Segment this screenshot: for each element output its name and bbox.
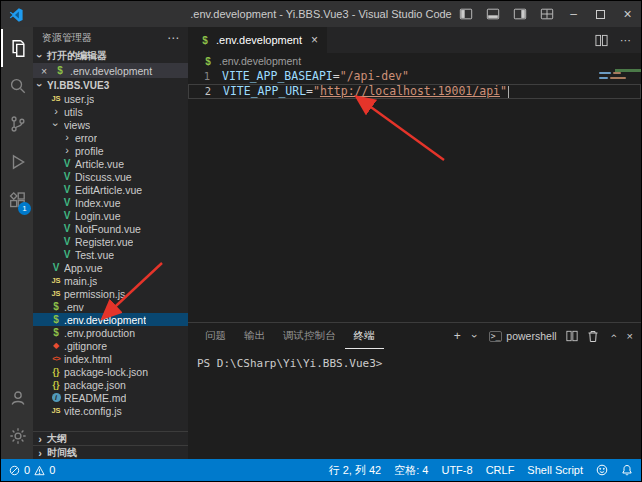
tree-item-user.js[interactable]: JSuser.js — [33, 92, 188, 105]
powershell-icon: >_ — [489, 331, 503, 342]
title-bar: .env.development - Yi.BBS.Vue3 - Visual … — [1, 1, 641, 27]
tree-item-label: permission.js — [64, 288, 125, 300]
kill-terminal-icon[interactable] — [587, 330, 599, 343]
file-tree: JSuser.js›utils›views›error›profileVArti… — [33, 92, 188, 431]
indentation[interactable]: 空格: 4 — [394, 463, 428, 478]
tree-item-permission.js[interactable]: JSpermission.js — [33, 287, 188, 300]
new-terminal-icon[interactable]: + — [454, 329, 461, 343]
open-editor-item[interactable]: × $ .env.development — [33, 63, 188, 78]
close-tab-icon[interactable]: × — [311, 33, 318, 47]
tree-item-README.md[interactable]: iREADME.md — [33, 391, 188, 404]
split-editor-icon[interactable] — [595, 34, 608, 47]
open-editors-header[interactable]: › 打开的编辑器 — [33, 49, 188, 63]
tree-item-vite.config.js[interactable]: JSvite.config.js — [33, 404, 188, 417]
tree-item-index.html[interactable]: <>index.html — [33, 352, 188, 365]
tree-item-label: package.json — [64, 379, 126, 391]
warning-icon — [34, 465, 45, 476]
problems-status[interactable]: 0 0 — [9, 464, 55, 476]
panel-tab-输出[interactable]: 输出 — [235, 323, 274, 349]
line-content: VITE_APP_BASEAPI="/api-dev" — [222, 69, 409, 84]
outline-label: 大纲 — [47, 432, 67, 446]
timeline-section-header[interactable]: › 时间线 — [33, 445, 188, 459]
toggle-secondary-sidebar-icon[interactable] — [506, 1, 533, 27]
tree-item-EditArticle.vue[interactable]: VEditArticle.vue — [33, 183, 188, 196]
tree-item-label: index.html — [64, 353, 112, 365]
tree-item-Login.vue[interactable]: VLogin.vue — [33, 209, 188, 222]
tree-item-package.json[interactable]: {}package.json — [33, 378, 188, 391]
outline-section-header[interactable]: › 大纲 — [33, 431, 188, 445]
tree-item-Discuss.vue[interactable]: VDiscuss.vue — [33, 170, 188, 183]
tree-item-package-lock.json[interactable]: {}package-lock.json — [33, 365, 188, 378]
tree-item-profile[interactable]: ›profile — [33, 144, 188, 157]
account-icon[interactable] — [1, 379, 33, 417]
encoding[interactable]: UTF-8 — [441, 464, 472, 476]
tree-item-label: vite.config.js — [64, 405, 122, 417]
tree-item-main.js[interactable]: JSmain.js — [33, 274, 188, 287]
toggle-panel-icon[interactable] — [479, 1, 506, 27]
maximize-button[interactable] — [587, 1, 614, 27]
terminal-output[interactable]: PS D:\CSharp\Yi\Yi.BBS.Vue3> — [188, 349, 641, 459]
extensions-badge: 1 — [18, 202, 31, 215]
cursor-position[interactable]: 行 2, 列 42 — [329, 463, 382, 478]
tree-item-error[interactable]: ›error — [33, 131, 188, 144]
vscode-window: .env.development - Yi.BBS.Vue3 - Visual … — [0, 0, 642, 482]
tree-item-views[interactable]: ›views — [33, 118, 188, 131]
panel-tab-问题[interactable]: 问题 — [196, 323, 235, 349]
tab-env-development[interactable]: $ .env.development × — [188, 27, 327, 53]
tree-item-label: Register.vue — [75, 236, 133, 248]
settings-gear-icon[interactable] — [1, 417, 33, 455]
search-icon[interactable] — [1, 67, 33, 105]
code-line-2[interactable]: 2VITE_APP_URL="http://localhost:19001/ap… — [188, 84, 641, 99]
toggle-sidebar-icon[interactable] — [452, 1, 479, 27]
tree-item-utils[interactable]: ›utils — [33, 105, 188, 118]
explorer-icon[interactable] — [1, 29, 33, 67]
env-file-icon: $ — [52, 64, 68, 77]
tree-item-.gitignore[interactable]: ◆.gitignore — [33, 339, 188, 352]
tree-item-NotFound.vue[interactable]: VNotFound.vue — [33, 222, 188, 235]
terminal-instance[interactable]: >_ powershell — [489, 330, 557, 342]
vue-icon: V — [59, 222, 75, 235]
close-button[interactable]: × — [614, 1, 641, 27]
code-line-1[interactable]: 1VITE_APP_BASEAPI="/api-dev" — [188, 69, 641, 84]
language-mode[interactable]: Shell Script — [527, 464, 583, 476]
split-terminal-icon[interactable] — [566, 330, 578, 342]
notifications-bell-icon[interactable] — [621, 464, 633, 476]
minimize-button[interactable]: – — [560, 1, 587, 27]
project-root-header[interactable]: › YI.BBS.VUE3 — [33, 78, 188, 92]
more-actions-icon[interactable]: ⋯ — [620, 34, 631, 47]
js-icon: JS — [48, 92, 64, 105]
eol-sequence[interactable]: CRLF — [486, 464, 515, 476]
extensions-icon[interactable]: 1 — [1, 181, 33, 219]
breadcrumb[interactable]: $ .env.development — [188, 53, 641, 69]
tree-item-label: App.vue — [64, 262, 103, 274]
close-icon[interactable]: × — [38, 65, 50, 77]
minimap[interactable] — [595, 69, 641, 322]
panel-tab-终端[interactable]: 终端 — [345, 323, 384, 349]
tree-item-.env[interactable]: $.env — [33, 300, 188, 313]
env-icon: $ — [48, 326, 64, 339]
line-number: 2 — [189, 84, 223, 99]
bottom-panel: 问题输出调试控制台终端 + › >_ powershell — [188, 322, 641, 459]
vue-icon: V — [59, 170, 75, 183]
panel-tab-调试控制台[interactable]: 调试控制台 — [274, 323, 345, 349]
tree-item-Test.vue[interactable]: VTest.vue — [33, 248, 188, 261]
feedback-smiley-icon[interactable] — [596, 464, 608, 476]
customize-layout-icon[interactable] — [533, 1, 560, 27]
tree-item-label: .env.development — [64, 314, 146, 326]
open-editors-label: 打开的编辑器 — [47, 49, 107, 63]
source-control-icon[interactable] — [1, 105, 33, 143]
run-debug-icon[interactable] — [1, 143, 33, 181]
status-bar: 0 0 行 2, 列 42 空格: 4 UTF-8 CRLF Shell Scr… — [1, 459, 641, 481]
tree-item-label: package-lock.json — [64, 366, 148, 378]
vue-icon: V — [59, 183, 75, 196]
tree-item-Article.vue[interactable]: VArticle.vue — [33, 157, 188, 170]
tree-item-Register.vue[interactable]: VRegister.vue — [33, 235, 188, 248]
terminal-dropdown-icon[interactable]: › — [470, 331, 480, 341]
tree-item-Index.vue[interactable]: VIndex.vue — [33, 196, 188, 209]
tree-item-.env.production[interactable]: $.env.production — [33, 326, 188, 339]
tree-item-.env.development[interactable]: $.env.development — [33, 313, 188, 326]
tree-item-App.vue[interactable]: VApp.vue — [33, 261, 188, 274]
maximize-panel-icon[interactable]: › — [608, 331, 618, 341]
sidebar-more-actions-icon[interactable]: ⋯ — [167, 31, 179, 45]
close-panel-icon[interactable]: × — [627, 330, 633, 342]
